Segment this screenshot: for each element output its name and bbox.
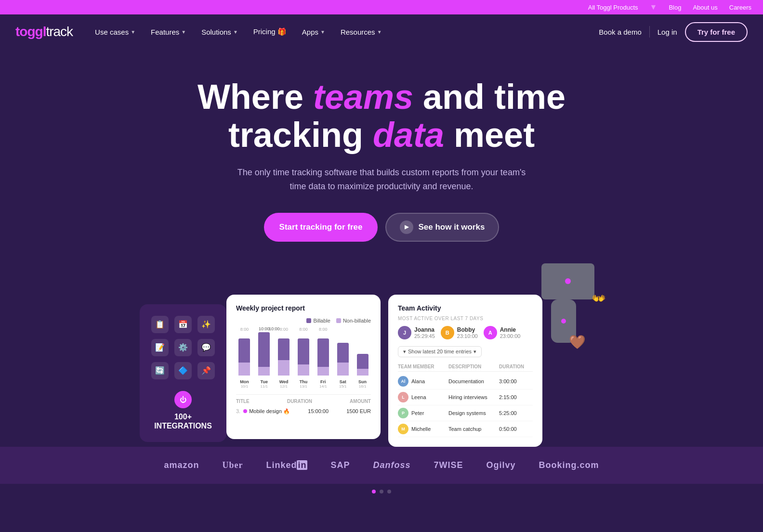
chevron-down-icon: ▾ xyxy=(403,349,406,355)
pagination-dot-1[interactable] xyxy=(372,490,376,493)
hero-subtext: The only time tracking software that bui… xyxy=(237,166,526,194)
show-entries-button[interactable]: ▾ Show latest 20 time entries ▾ xyxy=(398,346,482,357)
chevron-down-icon: ▼ xyxy=(233,29,238,35)
pagination-dot-2[interactable] xyxy=(380,490,383,493)
activity-table-header: Team Member Description Duration xyxy=(398,362,533,372)
logo[interactable]: toggl track xyxy=(15,24,73,39)
avatar-leena: L xyxy=(398,392,408,402)
brand-wise: 7WISE xyxy=(434,460,463,470)
report-table-header: Title Duration Amount xyxy=(236,399,371,404)
bar-billable xyxy=(337,343,349,363)
pagination-dots xyxy=(0,484,763,499)
book-demo-link[interactable]: Book a demo xyxy=(599,28,641,36)
nav-solutions[interactable]: Solutions ▼ xyxy=(195,24,245,40)
hands-icon: 👐 xyxy=(592,292,606,305)
careers-link[interactable]: Careers xyxy=(729,4,751,11)
avatar-alana: Al xyxy=(398,376,408,387)
brands-bar: amazon Uber Linkedin SAP Danfoss 7WISE O… xyxy=(0,447,763,484)
bar-nonbillable xyxy=(298,364,309,376)
user-time-bobby: 23:10:00 xyxy=(457,333,478,339)
integration-icon-2: 📅 xyxy=(174,316,192,333)
bar-nonbillable xyxy=(317,367,329,376)
chevron-down-icon: ▼ xyxy=(377,29,382,35)
headline-before: Where xyxy=(197,78,313,116)
hand-icon: 🤎 xyxy=(569,334,586,350)
phone-screen-dot xyxy=(561,319,566,324)
nav-links: Use cases ▼ Features ▼ Solutions ▼ Prici… xyxy=(88,24,595,40)
laptop-body xyxy=(541,263,594,299)
bar-group-fri: 8:00 xyxy=(315,320,331,376)
chevron-down-icon-2: ▾ xyxy=(474,349,476,355)
try-free-button[interactable]: Try for free xyxy=(685,22,748,42)
hero-section: Where teams and time tracking data meet … xyxy=(0,49,763,290)
activity-row-michelle: M Michelle Team catchup 0:50:00 xyxy=(398,421,533,437)
integration-icon-3: ✨ xyxy=(197,316,215,333)
row-user-alana: Al Alana xyxy=(398,376,448,387)
bar-chart: 8:0010:008:008:008:00 xyxy=(236,327,371,376)
brand-danfoss: Danfoss xyxy=(373,460,410,470)
dashboard-preview: 📋 📅 ✨ 📝 ⚙️ 💬 🔄 🔷 📌 ⏻ 100+INTEGRATIONS We… xyxy=(0,290,763,447)
login-link[interactable]: Log in xyxy=(658,28,677,36)
user-name-annie: Annie xyxy=(500,326,521,333)
team-activity-card: Team Activity Most active over last 7 da… xyxy=(388,295,542,447)
bar-group-tue: 10:00 xyxy=(256,326,273,376)
top-users: J Joanna 25:29:45 B Bobby 23:10:00 A Ann… xyxy=(398,326,533,339)
brand-ogilvy: Ogilvy xyxy=(487,460,516,470)
brand-booking: Booking.com xyxy=(539,460,599,470)
integrations-card: 📋 📅 ✨ 📝 ⚙️ 💬 🔄 🔷 📌 ⏻ 100+INTEGRATIONS xyxy=(140,304,226,442)
brand-sap: SAP xyxy=(330,460,350,470)
chevron-down-icon: ▼ xyxy=(131,29,135,35)
nav-right: Book a demo Log in Try for free xyxy=(599,22,748,42)
integration-icon-5: ⚙️ xyxy=(174,339,192,356)
row-user-peter: P Peter xyxy=(398,408,448,418)
bar-group-sat xyxy=(334,325,351,376)
chevron-down-icon: ▼ xyxy=(320,29,325,35)
pagination-dot-3[interactable] xyxy=(387,490,391,493)
bar-billable xyxy=(278,338,289,360)
headline-end: meet xyxy=(444,116,535,154)
avatar-bobby: B xyxy=(441,326,454,339)
bar-nonbillable xyxy=(337,363,349,376)
about-link[interactable]: About us xyxy=(693,4,717,11)
all-products-link[interactable]: All Toggl Products xyxy=(588,4,638,11)
weekly-report-title: Weekly project report xyxy=(236,304,371,312)
bar-group-mon: 8:00 xyxy=(236,320,253,376)
activity-row-leena: L Leena Hiring interviews 2:15:00 xyxy=(398,389,533,405)
nav-features[interactable]: Features ▼ xyxy=(144,24,193,40)
start-tracking-button[interactable]: Start tracking for free xyxy=(264,213,378,242)
bar-billable xyxy=(298,338,309,364)
headline-data: data xyxy=(373,116,444,154)
bar-nonbillable xyxy=(258,367,270,376)
top-user-2: B Bobby 23:10:00 xyxy=(441,326,478,339)
see-how-it-works-button[interactable]: ▶ See how it works xyxy=(385,213,499,242)
integrations-label: 100+INTEGRATIONS xyxy=(154,412,212,430)
nav-apps[interactable]: Apps ▼ xyxy=(295,24,332,40)
bar-group-thu: 8:00 xyxy=(295,320,312,376)
brand-uber: Uber xyxy=(222,460,243,470)
toggl-icon: ⏻ xyxy=(174,391,192,408)
integration-icon-4: 📝 xyxy=(151,339,169,356)
integration-icon-6: 💬 xyxy=(197,339,215,356)
blog-link[interactable]: Blog xyxy=(669,4,681,11)
integration-icon-9: 📌 xyxy=(197,362,215,379)
laptop-mockup: 👐 xyxy=(541,263,594,299)
nav-resources[interactable]: Resources ▼ xyxy=(334,24,389,40)
avatar-annie: A xyxy=(484,326,497,339)
headline-teams: teams xyxy=(313,78,413,116)
avatar-peter: P xyxy=(398,408,408,418)
laptop-screen-dot xyxy=(565,278,571,284)
chevron-down-icon: ▼ xyxy=(181,29,186,35)
top-user-3: A Annie 23:00:00 xyxy=(484,326,521,339)
user-name-bobby: Bobby xyxy=(457,326,478,333)
nav-use-cases[interactable]: Use cases ▼ xyxy=(88,24,142,40)
legend-nonbillable: Non-billable xyxy=(336,318,371,324)
team-activity-title: Team Activity xyxy=(398,304,533,312)
navbar: toggl track Use cases ▼ Features ▼ Solut… xyxy=(0,14,763,49)
nav-pricing[interactable]: Pricing 🎁 xyxy=(247,24,293,40)
hero-headline: Where teams and time tracking data meet xyxy=(165,78,598,154)
integration-icon-7: 🔄 xyxy=(151,362,169,379)
activity-row-alana: Al Alana Documentation 3:00:00 xyxy=(398,374,533,389)
user-time-joanna: 25:29:45 xyxy=(414,333,435,339)
bar-billable xyxy=(258,332,270,367)
user-name-joanna: Joanna xyxy=(414,326,435,333)
